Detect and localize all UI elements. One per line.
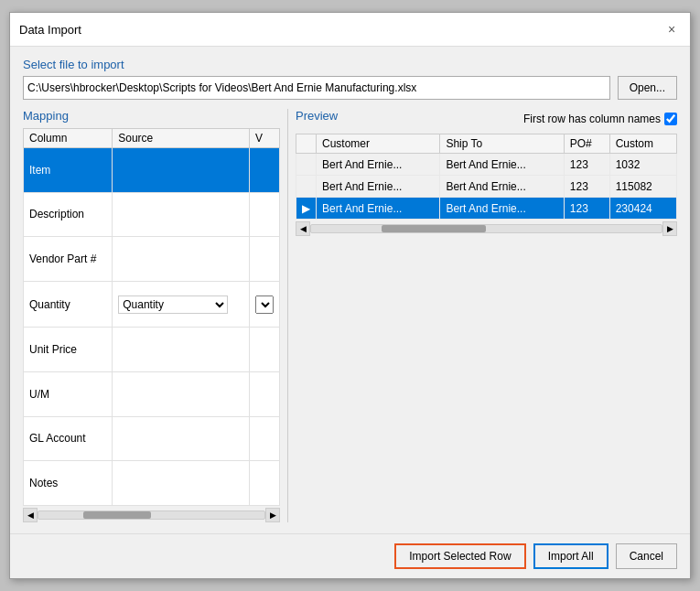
mapping-scrollbar-track[interactable] — [38, 510, 265, 520]
preview-shipto: Bert And Ernie... — [440, 154, 564, 176]
mapping-source-select[interactable]: Quantity — [118, 296, 228, 314]
mapping-column-cell: U/M — [24, 372, 113, 417]
preview-shipto: Bert And Ernie... — [440, 176, 564, 198]
preview-custom: 1032 — [609, 154, 676, 176]
mapping-v-cell — [250, 328, 280, 372]
preview-shipto: Bert And Ernie... — [440, 198, 564, 220]
mapping-column-cell: Item — [24, 148, 113, 193]
mapping-row[interactable]: Description — [24, 192, 280, 237]
mapping-col-header-3: V — [250, 129, 280, 148]
preview-scrollbar-track[interactable] — [310, 224, 662, 233]
file-row: Open... — [23, 76, 677, 100]
preview-scrollbar-thumb — [382, 225, 487, 232]
file-section-label: Select file to import — [23, 58, 677, 71]
mapping-v-cell — [250, 372, 280, 417]
preview-indicator — [296, 154, 317, 176]
mapping-column-cell: GL Account — [24, 416, 113, 461]
preview-indicator — [296, 176, 317, 198]
preview-custom: 115082 — [609, 176, 676, 198]
mapping-row[interactable]: Notes — [24, 461, 280, 506]
preview-col-custom: Custom — [609, 134, 676, 154]
preview-row[interactable]: Bert And Ernie...Bert And Ernie...123115… — [296, 176, 677, 198]
preview-label: Preview — [296, 109, 338, 123]
mapping-row[interactable]: Unit Price — [24, 328, 280, 372]
preview-section: Preview First row has column names Custo… — [288, 109, 677, 522]
mapping-column-cell: Quantity — [24, 281, 113, 328]
preview-col-shipto: Ship To — [440, 134, 564, 154]
mapping-column-cell: Description — [24, 192, 113, 237]
mapping-row[interactable]: QuantityQuantity — [24, 281, 280, 328]
preview-customer: Bert And Ernie... — [317, 154, 440, 176]
cancel-button[interactable]: Cancel — [616, 543, 677, 569]
preview-customer: Bert And Ernie... — [317, 198, 440, 220]
mapping-col-header-2: Source — [113, 129, 250, 148]
mapping-scroll-row: ◀ ▶ — [23, 508, 280, 522]
mapping-column-cell: Notes — [24, 461, 113, 506]
main-content: Mapping Column Source V ItemDescriptionV… — [23, 109, 677, 522]
mapping-scroll-right[interactable]: ▶ — [265, 508, 280, 522]
mapping-source-cell — [113, 148, 250, 193]
close-button[interactable]: × — [662, 20, 681, 38]
preview-po: 123 — [564, 154, 609, 176]
first-row-label[interactable]: First row has column names — [523, 113, 677, 125]
mapping-v-cell — [250, 416, 280, 461]
preview-col-customer: Customer — [317, 134, 440, 154]
mapping-source-cell — [113, 192, 250, 237]
preview-indicator-col — [296, 134, 317, 154]
preview-row[interactable]: ▶Bert And Ernie...Bert And Ernie...12323… — [296, 198, 677, 220]
mapping-col-header-1: Column — [24, 129, 113, 148]
open-button[interactable]: Open... — [618, 76, 677, 100]
import-selected-button[interactable]: Import Selected Row — [394, 543, 525, 569]
footer: Import Selected Row Import All Cancel — [10, 533, 690, 578]
preview-customer: Bert And Ernie... — [317, 176, 440, 198]
mapping-row[interactable]: Vendor Part # — [24, 237, 280, 282]
mapping-label: Mapping — [23, 109, 280, 123]
mapping-source-cell — [113, 237, 250, 282]
mapping-column-cell: Unit Price — [24, 328, 113, 372]
preview-col-po: PO# — [564, 134, 609, 154]
mapping-row[interactable]: Item — [24, 148, 280, 193]
preview-row[interactable]: Bert And Ernie...Bert And Ernie...123103… — [296, 154, 677, 176]
dialog-body: Select file to import Open... Mapping Co… — [10, 47, 690, 533]
preview-custom: 230424 — [609, 198, 676, 220]
data-import-dialog: Data Import × Select file to import Open… — [9, 12, 691, 579]
mapping-row[interactable]: GL Account — [24, 416, 280, 461]
import-all-button[interactable]: Import All — [533, 543, 608, 569]
mapping-source-cell — [113, 416, 250, 461]
mapping-v-select[interactable] — [255, 296, 274, 314]
preview-scroll-right[interactable]: ▶ — [662, 221, 677, 236]
mapping-source-cell — [113, 372, 250, 417]
preview-po: 123 — [564, 176, 609, 198]
file-path-input[interactable] — [23, 76, 610, 100]
mapping-v-cell — [250, 237, 280, 282]
mapping-source-cell: Quantity — [113, 281, 250, 328]
preview-scroll-row: ◀ ▶ — [296, 221, 677, 236]
mapping-row[interactable]: U/M — [24, 372, 280, 417]
mapping-column-cell: Vendor Part # — [24, 237, 113, 282]
mapping-scroll-left[interactable]: ◀ — [23, 508, 38, 522]
mapping-source-cell — [113, 461, 250, 506]
mapping-section: Mapping Column Source V ItemDescriptionV… — [23, 109, 288, 522]
preview-header-row: Preview First row has column names — [296, 109, 677, 128]
title-bar: Data Import × — [10, 13, 690, 47]
mapping-scrollbar-thumb — [83, 511, 151, 519]
mapping-v-cell — [250, 148, 280, 193]
mapping-v-cell — [250, 281, 280, 328]
preview-po: 123 — [564, 198, 609, 220]
mapping-source-cell — [113, 328, 250, 372]
mapping-table: Column Source V ItemDescriptionVendor Pa… — [23, 128, 280, 506]
preview-scroll-left[interactable]: ◀ — [296, 221, 310, 236]
dialog-title: Data Import — [19, 23, 81, 37]
first-row-checkbox[interactable] — [664, 113, 677, 125]
mapping-v-cell — [250, 192, 280, 237]
preview-indicator: ▶ — [296, 198, 317, 220]
mapping-v-cell — [250, 461, 280, 506]
preview-table: Customer Ship To PO# Custom Bert And Ern… — [296, 134, 677, 220]
